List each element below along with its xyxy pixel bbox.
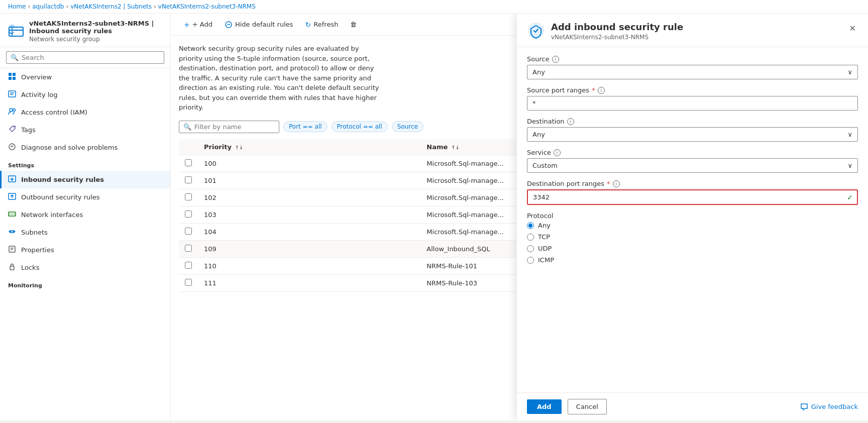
svg-point-11 (10, 109, 13, 112)
dest-port-group: Destination port ranges * i ✓ (527, 180, 858, 205)
panel-icon (527, 22, 545, 40)
filter-pill-protocol[interactable]: Protocol == all (332, 121, 388, 132)
source-select[interactable]: Any ∨ (527, 65, 858, 79)
svg-point-19 (12, 214, 13, 215)
protocol-tcp-radio[interactable] (527, 234, 534, 241)
service-info-icon[interactable]: i (554, 149, 561, 156)
filter-pill-port[interactable]: Port == all (283, 121, 328, 132)
source-port-input[interactable] (527, 96, 858, 111)
svg-rect-6 (9, 77, 12, 80)
priority-cell: 102 (198, 189, 420, 206)
row-checkbox[interactable] (185, 159, 192, 166)
row-checkbox-cell (179, 257, 198, 274)
svg-point-20 (14, 214, 15, 215)
filter-input[interactable] (194, 123, 275, 131)
hide-icon (225, 20, 233, 29)
col-priority[interactable]: Priority ↑↓ (198, 139, 420, 155)
page-header: vNetAKSInterns2-subnet3-NRMS | Inbound s… (0, 14, 170, 47)
breadcrumb-db[interactable]: aquilactdb (32, 3, 64, 10)
row-checkbox[interactable] (185, 210, 192, 218)
network-interfaces-icon (8, 210, 16, 220)
svg-rect-4 (9, 73, 12, 76)
add-label: + Add (192, 21, 212, 28)
row-checkbox[interactable] (185, 193, 192, 200)
hide-default-rules-button[interactable]: Hide default rules (220, 18, 298, 31)
svg-point-13 (14, 127, 15, 128)
source-label: Source i (527, 55, 858, 63)
dest-port-check-icon: ✓ (843, 193, 857, 201)
nav-locks[interactable]: Locks (0, 259, 170, 276)
refresh-icon: ↻ (305, 21, 311, 29)
panel-header: Add inbound security rule vNetAKSInterns… (517, 14, 868, 47)
inbound-rules-label: Inbound security rules (21, 176, 104, 183)
protocol-any[interactable]: Any (527, 222, 858, 229)
row-checkbox[interactable] (185, 228, 192, 235)
row-checkbox[interactable] (185, 262, 192, 269)
nav-inbound-rules[interactable]: Inbound security rules (0, 171, 170, 188)
row-checkbox-cell (179, 155, 198, 172)
breadcrumb-home[interactable]: Home (8, 3, 26, 10)
destination-select[interactable]: Any ∨ (527, 127, 858, 142)
nav-overview[interactable]: Overview (0, 68, 170, 86)
row-checkbox[interactable] (185, 176, 192, 183)
nav-tags[interactable]: Tags (0, 121, 170, 139)
properties-icon (8, 245, 16, 255)
delete-button[interactable]: 🗑 (345, 18, 362, 31)
activity-log-label: Activity log (21, 91, 58, 98)
nav-access-control[interactable]: Access control (IAM) (0, 103, 170, 121)
source-port-group: Source port ranges * i (527, 86, 858, 111)
dest-port-input-wrapper: ✓ (527, 189, 858, 205)
svg-rect-7 (13, 77, 16, 80)
filter-search-icon: 🔍 (183, 123, 191, 131)
svg-rect-5 (13, 73, 16, 76)
protocol-tcp[interactable]: TCP (527, 233, 858, 241)
panel-add-button[interactable]: Add (527, 399, 562, 414)
refresh-label: Refresh (313, 21, 338, 28)
svg-rect-22 (9, 246, 15, 252)
breadcrumb-subnets[interactable]: vNetAKSInterns2 | Subnets (70, 3, 152, 10)
outbound-rules-icon (8, 192, 16, 202)
protocol-group: Protocol Any TCP UDP (527, 212, 858, 264)
panel-close-button[interactable]: ✕ (847, 22, 858, 35)
network-interfaces-label: Network interfaces (21, 211, 83, 219)
nav-subnets[interactable]: Subnets (0, 224, 170, 241)
nav-activity-log[interactable]: Activity log (0, 86, 170, 103)
overview-label: Overview (21, 73, 52, 81)
panel-cancel-button[interactable]: Cancel (568, 399, 607, 414)
dest-port-input[interactable] (528, 190, 843, 204)
breadcrumb-subnet[interactable]: vNetAKSInterns2-subnet3-NRMS (158, 3, 256, 10)
nav-properties[interactable]: Properties (0, 241, 170, 259)
protocol-options: Any TCP UDP ICMP (527, 222, 858, 264)
row-checkbox[interactable] (185, 279, 192, 286)
filter-pill-source[interactable]: Source (392, 121, 423, 132)
protocol-udp[interactable]: UDP (527, 245, 858, 252)
add-button[interactable]: + + Add (179, 18, 218, 31)
source-port-info-icon[interactable]: i (598, 87, 605, 94)
breadcrumb: Home › aquilactdb › vNetAKSInterns2 | Su… (0, 0, 868, 14)
page-icon (8, 22, 24, 40)
nav-outbound-rules[interactable]: Outbound security rules (0, 188, 170, 206)
service-chevron-icon: ∨ (847, 162, 852, 169)
row-checkbox-cell (179, 240, 198, 257)
service-select[interactable]: Custom ∨ (527, 158, 858, 173)
feedback-link[interactable]: Give feedback (800, 402, 858, 411)
row-checkbox[interactable] (185, 245, 192, 252)
refresh-button[interactable]: ↻ Refresh (300, 18, 344, 31)
protocol-any-radio[interactable] (527, 222, 534, 229)
protocol-any-label: Any (538, 222, 551, 229)
protocol-icmp-radio[interactable] (527, 257, 534, 264)
source-info-icon[interactable]: i (552, 56, 559, 63)
nav-diagnose[interactable]: Diagnose and solve problems (0, 139, 170, 156)
properties-label: Properties (21, 246, 54, 254)
search-container: 🔍 (0, 47, 170, 68)
dest-port-label: Destination port ranges * i (527, 180, 858, 187)
protocol-icmp[interactable]: ICMP (527, 256, 858, 264)
protocol-udp-radio[interactable] (527, 245, 534, 252)
dest-port-info-icon[interactable]: i (613, 180, 620, 187)
priority-cell: 104 (198, 223, 420, 240)
destination-info-icon[interactable]: i (567, 118, 574, 125)
search-input[interactable] (22, 54, 160, 61)
nav-network-interfaces[interactable]: Network interfaces (0, 206, 170, 224)
subnets-label: Subnets (21, 229, 48, 236)
svg-point-18 (10, 214, 11, 215)
